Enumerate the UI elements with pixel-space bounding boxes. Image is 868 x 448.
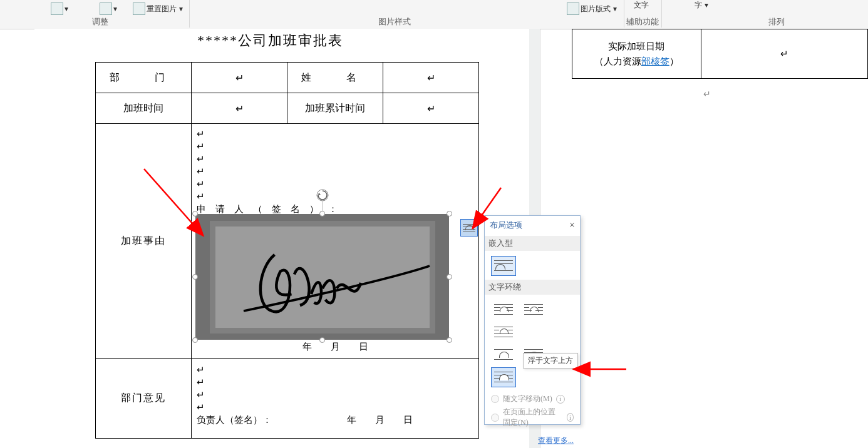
- svg-line-3: [144, 169, 202, 235]
- svg-line-4: [473, 188, 501, 227]
- annotation-overlay: [0, 0, 868, 448]
